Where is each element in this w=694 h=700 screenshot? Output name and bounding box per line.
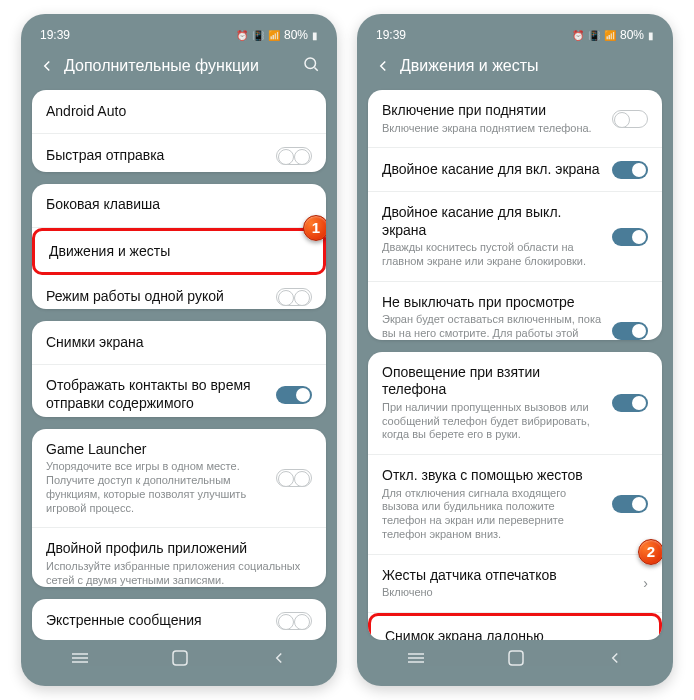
vibrate-icon: 📳 bbox=[588, 30, 600, 41]
settings-row[interactable]: Game LauncherУпорядочите все игры в одно… bbox=[32, 429, 326, 529]
row-title: Движения и жесты bbox=[49, 243, 309, 261]
settings-row[interactable]: Отображать контакты во время отправки со… bbox=[32, 365, 326, 417]
nav-recents-icon[interactable] bbox=[406, 651, 426, 665]
vibrate-icon: 📳 bbox=[252, 30, 264, 41]
row-title: Двойное касание для выкл. экрана bbox=[382, 204, 602, 239]
toggle-switch[interactable] bbox=[276, 288, 312, 306]
nav-bar bbox=[366, 640, 664, 676]
toggle-switch[interactable] bbox=[612, 394, 648, 412]
back-icon[interactable] bbox=[374, 57, 392, 75]
nav-home-icon[interactable] bbox=[507, 649, 525, 667]
settings-row[interactable]: Экстренные сообщения bbox=[32, 599, 326, 640]
toggle-switch[interactable] bbox=[612, 161, 648, 179]
status-time: 19:39 bbox=[40, 28, 70, 42]
settings-row[interactable]: Снимок экрана ладоньюЧтобы сделать снимо… bbox=[368, 613, 662, 640]
settings-row[interactable]: Режим работы одной рукой bbox=[32, 275, 326, 309]
toggle-switch[interactable] bbox=[276, 469, 312, 487]
row-subtitle: При наличии пропущенных вызовов или сооб… bbox=[382, 401, 602, 442]
signal-icon: 📶 bbox=[604, 30, 616, 41]
row-text: Боковая клавиша bbox=[46, 196, 312, 214]
settings-row[interactable]: Двойное касание для вкл. экрана bbox=[368, 148, 662, 192]
nav-back-icon[interactable] bbox=[606, 649, 624, 667]
settings-row[interactable]: Не выключать при просмотреЭкран будет ос… bbox=[368, 282, 662, 340]
row-subtitle: Упорядочите все игры в одном месте. Полу… bbox=[46, 460, 266, 515]
row-title: Включение при поднятии bbox=[382, 102, 602, 120]
settings-card: Экстренные сообщения bbox=[32, 599, 326, 640]
step-badge: 1 bbox=[303, 215, 326, 241]
row-title: Боковая клавиша bbox=[46, 196, 312, 214]
toggle-switch[interactable] bbox=[612, 322, 648, 340]
back-icon[interactable] bbox=[38, 57, 56, 75]
row-title: Снимки экрана bbox=[46, 334, 312, 352]
search-icon[interactable] bbox=[302, 55, 320, 77]
page-title: Дополнительные функции bbox=[64, 57, 294, 75]
chevron-right-icon: › bbox=[643, 575, 648, 591]
toggle-switch[interactable] bbox=[276, 147, 312, 165]
settings-card: Боковая клавишаДвижения и жесты1Режим ра… bbox=[32, 184, 326, 310]
settings-row[interactable]: Снимки экрана bbox=[32, 321, 326, 365]
row-title: Режим работы одной рукой bbox=[46, 288, 266, 306]
row-subtitle: Включено bbox=[382, 586, 633, 600]
row-title: Откл. звука с помощью жестов bbox=[382, 467, 602, 485]
settings-row[interactable]: Откл. звука с помощью жестовДля отключен… bbox=[368, 455, 662, 555]
settings-content: Android AutoБыстрая отправкаБоковая клав… bbox=[30, 86, 328, 640]
settings-card: Game LauncherУпорядочите все игры в одно… bbox=[32, 429, 326, 587]
settings-row[interactable]: Android Auto bbox=[32, 90, 326, 134]
row-title: Двойной профиль приложений bbox=[46, 540, 312, 558]
settings-card: Включение при поднятииВключение экрана п… bbox=[368, 90, 662, 340]
row-text: Движения и жесты bbox=[49, 243, 309, 261]
settings-row[interactable]: Быстрая отправка bbox=[32, 134, 326, 172]
nav-bar bbox=[30, 640, 328, 676]
row-title: Game Launcher bbox=[46, 441, 266, 459]
toggle-switch[interactable] bbox=[276, 386, 312, 404]
settings-row[interactable]: Оповещение при взятии телефонаПри наличи… bbox=[368, 352, 662, 455]
svg-line-1 bbox=[314, 67, 317, 70]
row-title: Жесты датчика отпечатков bbox=[382, 567, 633, 585]
row-subtitle: Используйте избранные приложения социаль… bbox=[46, 560, 312, 587]
row-text: Android Auto bbox=[46, 103, 312, 121]
row-subtitle: Для отключения сигнала входящего вызова … bbox=[382, 487, 602, 542]
status-battery: 80% bbox=[284, 28, 308, 42]
nav-home-icon[interactable] bbox=[171, 649, 189, 667]
row-text: Снимки экрана bbox=[46, 334, 312, 352]
settings-row[interactable]: Включение при поднятииВключение экрана п… bbox=[368, 90, 662, 148]
toggle-switch[interactable] bbox=[276, 612, 312, 630]
step-badge: 2 bbox=[638, 539, 662, 565]
row-text: Не выключать при просмотреЭкран будет ос… bbox=[382, 294, 602, 340]
phone-left: 19:39 ⏰ 📳 📶 80% ▮ Дополнительные функции… bbox=[21, 14, 337, 686]
nav-recents-icon[interactable] bbox=[70, 651, 90, 665]
status-bar: 19:39 ⏰ 📳 📶 80% ▮ bbox=[30, 24, 328, 46]
settings-content: Включение при поднятииВключение экрана п… bbox=[366, 86, 664, 640]
status-right: ⏰ 📳 📶 80% ▮ bbox=[572, 28, 654, 42]
toggle-switch[interactable] bbox=[612, 495, 648, 513]
signal-icon: 📶 bbox=[268, 30, 280, 41]
toggle-switch[interactable] bbox=[612, 228, 648, 246]
app-bar: Движения и жесты bbox=[366, 46, 664, 86]
status-right: ⏰ 📳 📶 80% ▮ bbox=[236, 28, 318, 42]
row-text: Двойной профиль приложенийИспользуйте из… bbox=[46, 540, 312, 587]
settings-card: Снимки экранаОтображать контакты во врем… bbox=[32, 321, 326, 417]
row-title: Отображать контакты во время отправки со… bbox=[46, 377, 266, 412]
row-text: Двойное касание для вкл. экрана bbox=[382, 161, 602, 179]
row-text: Включение при поднятииВключение экрана п… bbox=[382, 102, 602, 135]
settings-row[interactable]: Боковая клавиша bbox=[32, 184, 326, 228]
alarm-icon: ⏰ bbox=[236, 30, 248, 41]
app-bar: Дополнительные функции bbox=[30, 46, 328, 86]
row-title: Оповещение при взятии телефона bbox=[382, 364, 602, 399]
settings-row[interactable]: Жесты датчика отпечатковВключено›2 bbox=[368, 555, 662, 613]
row-title: Android Auto bbox=[46, 103, 312, 121]
row-text: Двойное касание для выкл. экранаДважды к… bbox=[382, 204, 602, 269]
battery-icon: ▮ bbox=[648, 30, 654, 41]
row-title: Снимок экрана ладонью bbox=[385, 628, 599, 640]
settings-row[interactable]: Двойной профиль приложенийИспользуйте из… bbox=[32, 528, 326, 587]
row-text: Отображать контакты во время отправки со… bbox=[46, 377, 266, 412]
toggle-switch[interactable] bbox=[612, 110, 648, 128]
svg-rect-5 bbox=[173, 651, 187, 665]
status-bar: 19:39 ⏰ 📳 📶 80% ▮ bbox=[366, 24, 664, 46]
row-subtitle: Экран будет оставаться включенным, пока … bbox=[382, 313, 602, 340]
row-text: Откл. звука с помощью жестовДля отключен… bbox=[382, 467, 602, 542]
nav-back-icon[interactable] bbox=[270, 649, 288, 667]
settings-row[interactable]: Двойное касание для выкл. экранаДважды к… bbox=[368, 192, 662, 282]
settings-row[interactable]: Движения и жесты1 bbox=[32, 228, 326, 276]
settings-card: Оповещение при взятии телефонаПри наличи… bbox=[368, 352, 662, 640]
